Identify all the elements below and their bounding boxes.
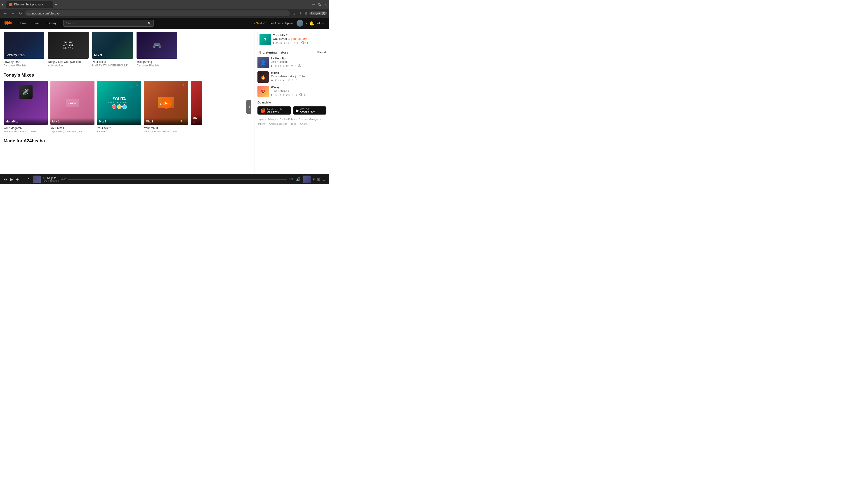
home-nav-button[interactable]: Home: [16, 20, 30, 27]
volume-icon[interactable]: 🔊: [296, 177, 301, 182]
shuffle-button[interactable]: ⇌: [22, 177, 25, 181]
footer-legal-link[interactable]: Legal: [257, 118, 264, 121]
user-avatar[interactable]: [297, 20, 303, 27]
footer-sep-7: -: [298, 123, 299, 125]
try-next-pro-button[interactable]: Try Next Pro: [251, 22, 267, 25]
top-card-title-lowkey-trap: Lowkey Trap: [4, 60, 44, 64]
feed-nav-button[interactable]: Feed: [31, 20, 43, 27]
mix-card-megamix[interactable]: 🚀 MegaMix Your MegaMix Sweet & Sour, Kar…: [4, 81, 48, 133]
incognito-button[interactable]: Incognito (2): [309, 11, 327, 15]
player-track-info: I.N.Kognito Jimi n Hendrix: [33, 175, 59, 183]
forward-button[interactable]: →: [10, 10, 16, 16]
history-item-wavey[interactable]: 😍 Wavey Trust Freestyle ▶ 29.1K ♥ 281 ↻ …: [257, 86, 327, 97]
download-icon[interactable]: ⬇: [298, 10, 303, 17]
megamix-label: MegaMix: [5, 120, 46, 123]
mix-card-subtitle-megamix: Sweet & Sour, Karol G, JAME...: [4, 130, 48, 133]
mix-card-mix2[interactable]: SOLITA HEAR THIS MUSIC Mix 2: [97, 81, 141, 133]
top-card-subtitle-lowkey-trap: Discovery Playlists: [4, 64, 44, 67]
top-card-dj-lex[interactable]: DJ LEX& CISNE station Deejay-Gijs Cox (O…: [48, 32, 89, 67]
mix-card-subtitle-mix3: LIKE THAT UNDERGROUND ...: [144, 130, 188, 133]
extensions-icon[interactable]: ⧉: [304, 10, 308, 16]
footer-sep-5: -: [267, 123, 268, 125]
player-queue-button[interactable]: ☰: [322, 177, 326, 182]
history-item-inkognito[interactable]: 👤 I.N.Kognito Jimi n Hendrix ▶ 19.6K ♥ 9…: [257, 57, 327, 68]
google-play-badge[interactable]: ▶ GET IT ON Google Play: [293, 106, 327, 115]
search-container: 🔍: [63, 20, 154, 27]
history-thumb-wavey: 😍: [257, 86, 269, 97]
google-play-line1: GET IT ON: [301, 108, 315, 110]
top-card-image-dj-lex: DJ LEX& CISNE station: [48, 32, 89, 59]
view-all-link[interactable]: View all: [317, 51, 327, 54]
progress-bar[interactable]: [68, 179, 287, 180]
mix-cards-next-button[interactable]: ›: [246, 100, 251, 113]
inkognito-avatar: 👤: [257, 57, 269, 68]
library-nav-button[interactable]: Library: [44, 20, 60, 27]
google-play-line2: Google Play: [301, 110, 315, 113]
app-badges: 🍎 Download on the App Store ▶ GET IT ON …: [257, 106, 327, 115]
footer-charts-link[interactable]: Charts: [300, 123, 307, 125]
upload-button[interactable]: Upload: [285, 22, 294, 25]
inkognito-track: Jimi n Hendrix: [271, 60, 327, 64]
footer-artist-resources-link[interactable]: Artist Resources: [269, 123, 287, 125]
svg-rect-15: [183, 84, 184, 86]
tab-close-button[interactable]: ✕: [48, 3, 51, 6]
notifications-icon[interactable]: 🔔: [309, 21, 314, 26]
footer-consent-link[interactable]: Consent Manager: [299, 118, 318, 121]
mix3-play-button[interactable]: ▶: [160, 97, 172, 109]
app-store-badge[interactable]: 🍎 Download on the App Store: [257, 106, 291, 115]
bookmark-icon[interactable]: ☆: [291, 10, 296, 17]
repost-icon: ↻: [294, 41, 296, 44]
top-card-image-chill-gaming: 🎮: [136, 32, 177, 59]
messages-icon[interactable]: ✉: [316, 21, 320, 26]
mix-saved-link[interactable]: your Library.: [291, 37, 307, 40]
mix3-like-button[interactable]: ♥: [180, 119, 182, 123]
minimize-button[interactable]: ─: [312, 2, 315, 6]
mix1-overlay: Mix 1: [51, 118, 94, 125]
restore-button[interactable]: ⧉: [318, 2, 321, 6]
wavey-comment-icon: 💬: [299, 93, 303, 96]
inkognito-reposts: 3: [295, 65, 296, 67]
top-card-lowkey-trap[interactable]: Lowkey Trap Lowkey Trap Discovery Playli…: [4, 32, 44, 67]
top-card-chill-gaming[interactable]: 🎮 chill gaming Discovery Playlists: [136, 32, 177, 67]
more-options-icon[interactable]: ···: [322, 21, 326, 26]
mix-card-mix4[interactable]: Mix ...: [191, 81, 202, 133]
mix-card-subtitle-mix2: Lecrae & ...: [97, 130, 141, 133]
footer-sep-6: -: [289, 123, 290, 125]
close-window-button[interactable]: ✕: [324, 2, 327, 7]
back-button[interactable]: ←: [2, 10, 8, 16]
dj-logo-text: DJ LEX& CISNE: [63, 41, 73, 47]
footer-blog-link[interactable]: Blog: [291, 123, 296, 125]
play-pause-button[interactable]: ▶: [10, 177, 13, 182]
search-input[interactable]: [63, 20, 154, 27]
address-bar[interactable]: [25, 10, 290, 16]
player-add-to-playlist-button[interactable]: ⊞: [317, 177, 320, 182]
repeat-button[interactable]: ↻: [28, 177, 30, 181]
footer-sep-8: -: [309, 123, 310, 125]
next-button[interactable]: ⏭: [16, 177, 20, 182]
player-like-button[interactable]: ♥: [313, 177, 315, 182]
previous-button[interactable]: ⏮: [4, 177, 7, 182]
for-artists-button[interactable]: For Artists: [270, 22, 283, 25]
tab-list-button[interactable]: ▾: [2, 3, 3, 6]
refresh-button[interactable]: ↻: [18, 10, 23, 17]
footer-links: Legal - Privacy - Cookie Policy - Consen…: [257, 117, 327, 126]
footer-privacy-link[interactable]: Privacy: [268, 118, 276, 121]
svg-rect-12: [138, 84, 138, 86]
inkognito-stats: ▶ 19.6K ♥ 93 ↻ 3 💬 6: [271, 64, 327, 67]
top-card-mix3-top[interactable]: Mix 3 Your Mix 3 LIKE THAT UNDERGROUND .…: [92, 32, 133, 67]
footer-cookie-link[interactable]: Cookie Policy: [280, 118, 295, 121]
repost-count: 14: [297, 41, 300, 44]
mix2-solita-text: SOLITA: [108, 97, 131, 101]
soundcloud-logo[interactable]: [4, 20, 12, 26]
go-mobile-title: Go mobile: [257, 101, 327, 104]
browser-tab[interactable]: ♪ Discover the top streamed mus... ✕: [6, 1, 53, 8]
play-icon: ▶: [273, 41, 275, 44]
mix-card-mix1[interactable]: Lover Mix 1 Your Mix 1 Taylor Swift, Ton…: [51, 81, 94, 133]
footer-imprint-link[interactable]: Imprint: [257, 123, 265, 125]
dropdown-chevron-icon[interactable]: ▾: [306, 22, 307, 25]
soundcloud-logo-icon: [4, 20, 12, 26]
history-item-mikoll[interactable]: 🔥 mikoll Ostatni dzień wakacji z Tobą ▶ …: [257, 71, 327, 83]
mix3-more-button[interactable]: ···: [184, 119, 186, 123]
mix-card-mix3[interactable]: LTULIKE THAT ▶ Mix 3 ♥ ···: [144, 81, 188, 133]
new-tab-button[interactable]: +: [55, 2, 57, 7]
